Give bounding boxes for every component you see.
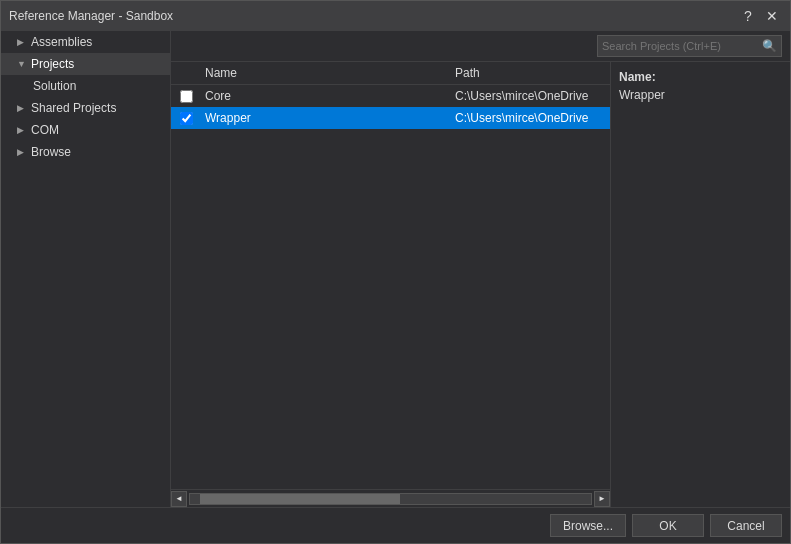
cell-name-wrapper: Wrapper xyxy=(201,111,451,125)
main-content: ▶ Assemblies ▼ Projects Solution ▶ Share… xyxy=(1,31,790,507)
browse-button[interactable]: Browse... xyxy=(550,514,626,537)
search-box[interactable]: 🔍 xyxy=(597,35,782,57)
col-header-path: Path xyxy=(451,66,610,80)
title-buttons: ? ✕ xyxy=(738,6,782,26)
sidebar-item-assemblies[interactable]: ▶ Assemblies xyxy=(1,31,170,53)
col-header-check xyxy=(171,66,201,80)
title-bar: Reference Manager - Sandbox ? ✕ xyxy=(1,1,790,31)
expand-arrow-assemblies: ▶ xyxy=(17,37,27,47)
sidebar-label-projects: Projects xyxy=(31,57,74,71)
details-name-label: Name: xyxy=(619,70,782,84)
sidebar-item-shared-projects[interactable]: ▶ Shared Projects xyxy=(1,97,170,119)
footer: Browse... OK Cancel xyxy=(1,507,790,543)
close-button[interactable]: ✕ xyxy=(762,6,782,26)
sidebar-item-browse[interactable]: ▶ Browse xyxy=(1,141,170,163)
cell-name-core: Core xyxy=(201,89,451,103)
scroll-right-button[interactable]: ► xyxy=(594,491,610,507)
details-panel: Name: Wrapper xyxy=(610,62,790,507)
expand-arrow-projects: ▼ xyxy=(17,59,27,69)
cell-path-core: C:\Users\mirce\OneDrive xyxy=(451,89,610,103)
main-top-bar: 🔍 xyxy=(171,31,790,62)
ok-button[interactable]: OK xyxy=(632,514,704,537)
sidebar-label-assemblies: Assemblies xyxy=(31,35,92,49)
table-header: Name Path xyxy=(171,62,610,85)
horizontal-scrollbar[interactable] xyxy=(189,493,592,505)
sidebar-label-solution: Solution xyxy=(33,79,76,93)
table-body: Core C:\Users\mirce\OneDrive Wrapper C:\… xyxy=(171,85,610,489)
sidebar-label-browse: Browse xyxy=(31,145,71,159)
scrollbar-row: ◄ ► xyxy=(171,489,610,507)
dialog: Reference Manager - Sandbox ? ✕ ▶ Assemb… xyxy=(0,0,791,544)
scrollbar-thumb[interactable] xyxy=(200,494,400,504)
sidebar-label-shared: Shared Projects xyxy=(31,101,116,115)
help-button[interactable]: ? xyxy=(738,6,758,26)
expand-arrow-shared: ▶ xyxy=(17,103,27,113)
table-row[interactable]: Wrapper C:\Users\mirce\OneDrive xyxy=(171,107,610,129)
sidebar-label-com: COM xyxy=(31,123,59,137)
sidebar: ▶ Assemblies ▼ Projects Solution ▶ Share… xyxy=(1,31,171,507)
table-container: Name Path Core C:\Users\mirce\OneDrive xyxy=(171,62,610,507)
cell-path-wrapper: C:\Users\mirce\OneDrive xyxy=(451,111,610,125)
sidebar-item-com[interactable]: ▶ COM xyxy=(1,119,170,141)
checkbox-core[interactable] xyxy=(180,90,193,103)
scroll-left-button[interactable]: ◄ xyxy=(171,491,187,507)
col-header-name: Name xyxy=(201,66,451,80)
cell-check-core[interactable] xyxy=(171,90,201,103)
table-row[interactable]: Core C:\Users\mirce\OneDrive xyxy=(171,85,610,107)
expand-arrow-com: ▶ xyxy=(17,125,27,135)
expand-arrow-browse: ▶ xyxy=(17,147,27,157)
main-area: 🔍 Name Path xyxy=(171,31,790,507)
cell-check-wrapper[interactable] xyxy=(171,112,201,125)
sidebar-item-solution[interactable]: Solution xyxy=(1,75,170,97)
checkbox-wrapper[interactable] xyxy=(180,112,193,125)
search-input[interactable] xyxy=(602,40,762,52)
details-name-value: Wrapper xyxy=(619,88,782,102)
cancel-button[interactable]: Cancel xyxy=(710,514,782,537)
table-area: Name Path Core C:\Users\mirce\OneDrive xyxy=(171,62,790,507)
dialog-title: Reference Manager - Sandbox xyxy=(9,9,173,23)
sidebar-item-projects[interactable]: ▼ Projects xyxy=(1,53,170,75)
search-icon: 🔍 xyxy=(762,39,777,53)
